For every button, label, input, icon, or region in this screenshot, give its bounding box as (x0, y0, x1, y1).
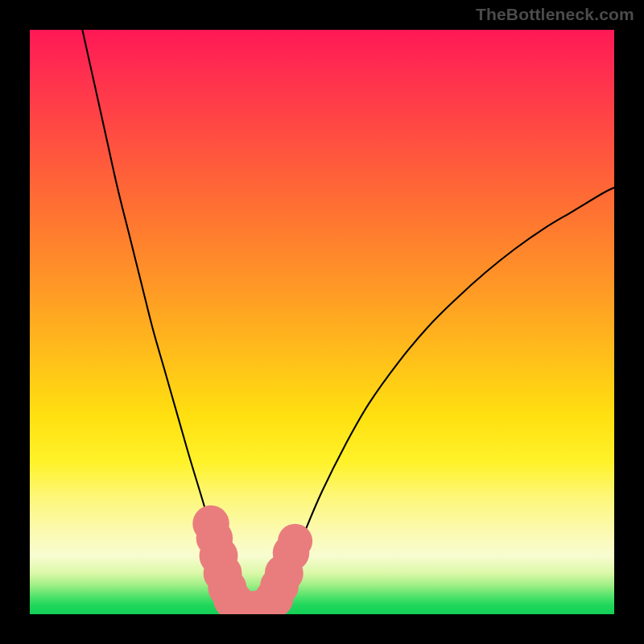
watermark-text: TheBottleneck.com (476, 5, 634, 24)
valley-path (246, 610, 264, 612)
valley-marker (204, 554, 242, 592)
chart-frame: TheBottleneck.com (0, 0, 644, 644)
valley-marker (192, 506, 229, 543)
valley-marker (260, 567, 299, 605)
valley-marker (200, 536, 238, 575)
valley-marker-group (192, 506, 312, 614)
valley-marker (255, 579, 294, 614)
valley-marker (248, 588, 287, 614)
valley-marker (278, 524, 312, 559)
valley-marker (240, 590, 279, 614)
valley-marker (273, 535, 310, 572)
valley-marker (229, 591, 268, 614)
valley-marker (221, 588, 259, 614)
curve-svg (30, 30, 614, 614)
valley-marker (196, 520, 233, 557)
right-branch-path (263, 188, 614, 610)
valley-marker (265, 554, 303, 592)
valley-marker (213, 580, 252, 614)
plot-area (30, 30, 614, 614)
valley-marker (208, 568, 246, 607)
left-branch-path (82, 30, 246, 610)
